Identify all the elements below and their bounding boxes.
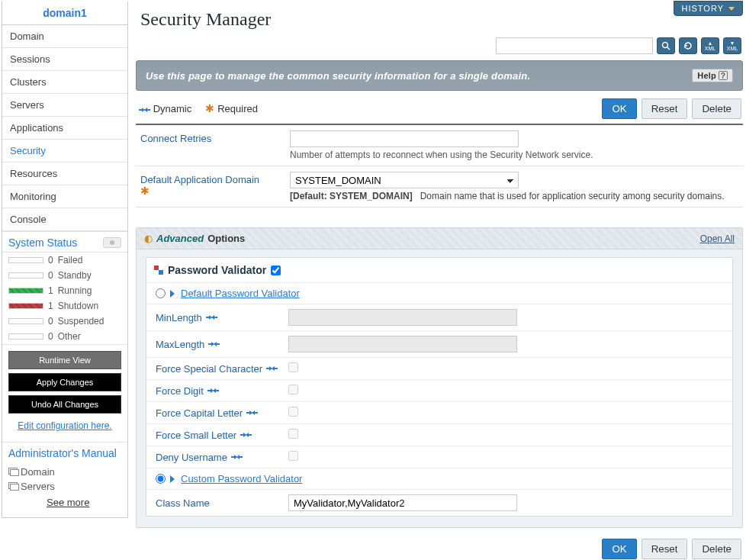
delete-button-bottom[interactable]: Delete (692, 539, 741, 559)
label-force-special: Force Special Character (156, 363, 262, 375)
custom-validator-link[interactable]: Custom Password Validator (181, 473, 302, 484)
footer-buttons: OK Reset Delete (136, 528, 743, 560)
status-chip-icon[interactable] (103, 237, 121, 248)
status-failed: 0Failed (2, 253, 127, 268)
default-validator-link[interactable]: Default Password Validator (181, 288, 300, 299)
input-connect-retries[interactable] (290, 130, 519, 147)
sidebar-item-applications[interactable]: Applications (2, 117, 127, 140)
question-icon: ? (719, 71, 728, 80)
label-maxlength: MaxLength (156, 339, 204, 350)
ok-button-top[interactable]: OK (602, 98, 636, 119)
select-app-domain[interactable]: SYSTEM_DOMAIN (290, 172, 519, 188)
search-icon[interactable] (657, 37, 675, 54)
default-validator-header: Default Password Validator (146, 283, 732, 304)
check-force-special[interactable] (288, 362, 298, 372)
open-all-link[interactable]: Open All (700, 233, 735, 244)
manual-servers-link[interactable]: Servers (8, 479, 121, 494)
check-force-capital[interactable] (288, 407, 298, 417)
check-deny-username[interactable] (288, 451, 298, 461)
custom-validator-header: Custom Password Validator (146, 468, 732, 490)
advanced-title-em: Advanced (156, 233, 204, 244)
password-validator-toggle[interactable] (271, 266, 281, 275)
domain-title: domain1 (2, 2, 127, 25)
advanced-marker-icon: ◐ (144, 233, 153, 244)
expand-icon[interactable] (170, 475, 175, 483)
row-minlength: MinLength (146, 304, 732, 331)
status-standby: 0Standby (2, 268, 127, 283)
radio-default-validator[interactable] (156, 288, 166, 298)
check-force-digit[interactable] (288, 385, 298, 394)
sidebar-item-resources[interactable]: Resources (2, 163, 127, 185)
dynamic-icon (240, 433, 252, 437)
runtime-view-button[interactable]: Runtime View (8, 351, 121, 369)
sidebar-item-console[interactable]: Console (2, 208, 127, 231)
check-force-small[interactable] (288, 429, 298, 439)
sidebar-actions: Runtime View Apply Changes Undo All Chan… (2, 344, 127, 442)
input-maxlength[interactable] (288, 336, 517, 352)
xml-import-icon[interactable]: ▼XML (723, 37, 741, 54)
edit-config-link[interactable]: Edit configuration here. (8, 417, 121, 439)
hint-connect-retries: Number of attempts to reconnect when usi… (290, 150, 740, 160)
ok-button-bottom[interactable]: OK (602, 539, 636, 559)
delete-button-top[interactable]: Delete (692, 98, 741, 119)
input-minlength[interactable] (288, 309, 517, 326)
label-minlength: MinLength (156, 312, 202, 323)
page-title: Security Manager (136, 3, 743, 37)
apply-changes-button[interactable]: Apply Changes (8, 373, 121, 391)
expand-icon[interactable] (170, 290, 175, 298)
search-input[interactable] (496, 37, 653, 54)
dynamic-icon (266, 366, 278, 371)
label-connect-retries: Connect Retries (140, 130, 290, 160)
refresh-icon[interactable] (679, 37, 697, 54)
help-button[interactable]: Help? (692, 69, 733, 82)
password-validator-header: Password Validator (146, 258, 732, 283)
input-class-name[interactable] (288, 494, 517, 511)
stack-icon (8, 468, 18, 475)
label-force-digit: Force Digit (156, 385, 204, 397)
sidebar-item-clusters[interactable]: Clusters (2, 71, 127, 94)
radio-custom-validator[interactable] (156, 474, 166, 484)
info-banner: Use this page to manage the common secur… (136, 60, 743, 91)
sidebar-nav: Domain Sessions Clusters Servers Applica… (2, 25, 127, 231)
manual-domain-link[interactable]: Domain (8, 465, 121, 479)
manual-see-more-link[interactable]: See more (47, 495, 89, 510)
status-shutdown: 1Shutdown (2, 298, 127, 314)
password-validator-panel: Password Validator Default Password Vali… (146, 257, 733, 517)
advanced-title-rest: Options (207, 233, 245, 244)
sidebar-item-monitoring[interactable]: Monitoring (2, 185, 127, 208)
sidebar: domain1 Domain Sessions Clusters Servers… (2, 2, 128, 518)
row-class-name: Class Name (146, 490, 732, 516)
dynamic-icon (139, 108, 150, 112)
row-force-special: Force Special Character (146, 358, 732, 380)
password-validator-title: Password Validator (168, 264, 266, 276)
undo-changes-button[interactable]: Undo All Changes (8, 395, 121, 414)
row-maxlength: MaxLength (146, 331, 732, 358)
hint-app-domain: [Default: SYSTEM_DOMAIN] Domain name tha… (290, 191, 740, 201)
sidebar-item-servers[interactable]: Servers (2, 94, 127, 117)
row-force-capital: Force Capital Letter (146, 402, 732, 424)
reset-button-top[interactable]: Reset (641, 98, 688, 119)
admin-manual-title: Administrator's Manual (8, 447, 121, 460)
sidebar-item-domain[interactable]: Domain (2, 25, 127, 48)
validator-icon (154, 266, 163, 275)
dynamic-icon (231, 455, 243, 459)
admin-manual: Administrator's Manual Domain Servers Se… (2, 442, 127, 517)
banner-text: Use this page to manage the common secur… (146, 70, 530, 82)
sidebar-item-security[interactable]: Security (2, 140, 127, 163)
form: Connect Retries Number of attempts to re… (136, 125, 743, 208)
dynamic-icon (246, 410, 258, 415)
status-list: 0Failed 0Standby 1Running 1Shutdown 0Sus… (2, 253, 127, 344)
dynamic-icon (207, 388, 219, 393)
legend-dynamic: Dynamic (139, 103, 191, 114)
status-other: 0Other (2, 329, 127, 344)
required-icon: ✱ (140, 185, 150, 197)
system-status-label: System Status (8, 237, 77, 249)
history-button[interactable]: HISTORY (674, 1, 744, 16)
history-tab: HISTORY (674, 1, 744, 16)
toolbar: ▲XML ▼XML (136, 37, 743, 60)
sidebar-item-sessions[interactable]: Sessions (2, 48, 127, 71)
label-force-capital: Force Capital Letter (156, 407, 243, 419)
xml-export-icon[interactable]: ▲XML (701, 37, 719, 54)
reset-button-bottom[interactable]: Reset (641, 539, 688, 559)
required-icon: ✱ (205, 102, 214, 114)
